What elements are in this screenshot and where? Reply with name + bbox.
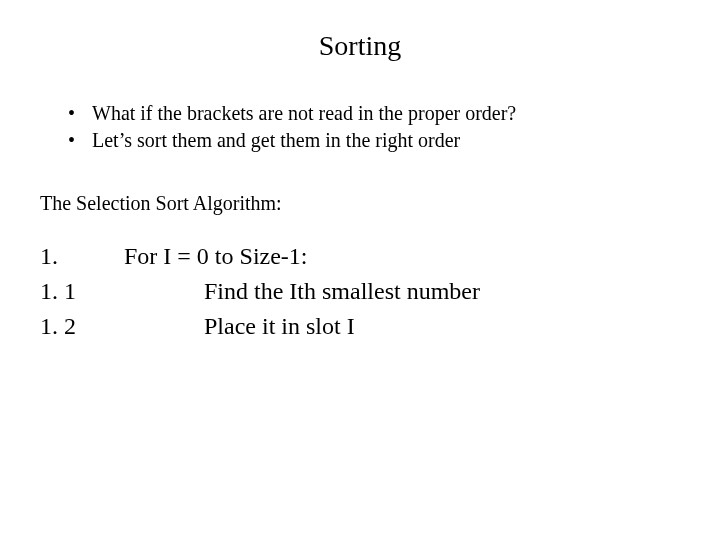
algorithm-line-text: Place it in slot I: [96, 309, 355, 344]
algorithm-line: 1. For I = 0 to Size-1:: [40, 239, 680, 274]
bullet-item: Let’s sort them and get them in the righ…: [68, 127, 680, 154]
bullet-item: What if the brackets are not read in the…: [68, 100, 680, 127]
algorithm-line-text: For I = 0 to Size-1:: [96, 239, 308, 274]
algorithm-line-number: 1. 2: [40, 309, 96, 344]
slide-title: Sorting: [40, 30, 680, 62]
algorithm-heading: The Selection Sort Algorithm:: [40, 192, 680, 215]
algorithm-line: 1. 1 Find the Ith smallest number: [40, 274, 680, 309]
algorithm-line-number: 1.: [40, 239, 96, 274]
algorithm-block: 1. For I = 0 to Size-1: 1. 1 Find the It…: [40, 239, 680, 343]
algorithm-line: 1. 2 Place it in slot I: [40, 309, 680, 344]
algorithm-line-number: 1. 1: [40, 274, 96, 309]
bullet-list: What if the brackets are not read in the…: [68, 100, 680, 154]
algorithm-line-text: Find the Ith smallest number: [96, 274, 480, 309]
